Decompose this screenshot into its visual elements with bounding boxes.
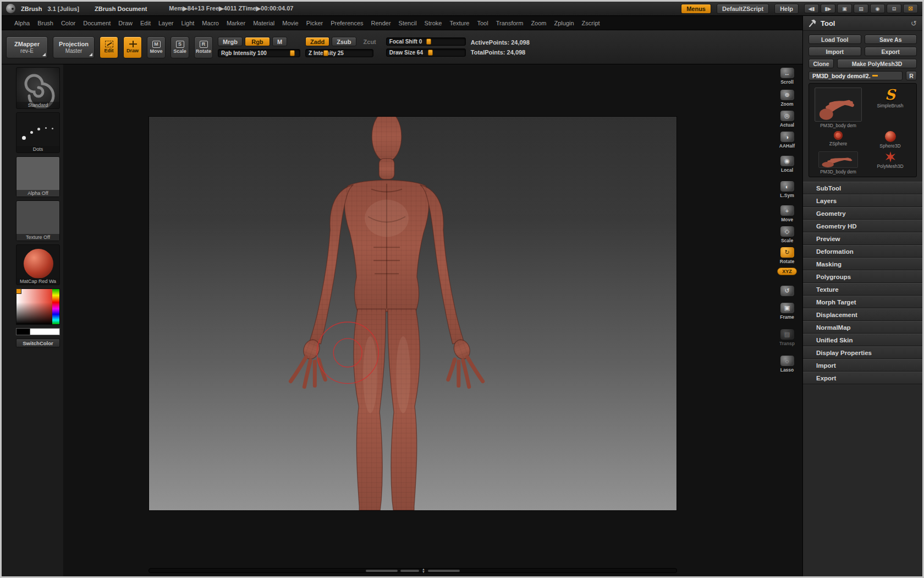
menu-item-macro[interactable]: Macro: [198, 18, 223, 28]
hue-strip[interactable]: [52, 289, 59, 324]
body2-thumbnail[interactable]: [818, 151, 858, 168]
rtb-actual[interactable]: ◎ Actual: [776, 109, 798, 129]
mrgb-button[interactable]: Mrgb: [218, 37, 243, 46]
rename-button[interactable]: R: [906, 71, 917, 80]
menu-item-material[interactable]: Material: [249, 18, 278, 28]
menus-button[interactable]: Menus: [681, 4, 711, 14]
save-as-button[interactable]: Save As: [865, 35, 917, 44]
clone-button[interactable]: Clone: [809, 59, 834, 68]
zmapper-button[interactable]: ZMapper rev-E: [6, 36, 48, 58]
tool-slot-simplebrush[interactable]: S SimpleBrush: [868, 88, 912, 108]
tool-slot-zsphere[interactable]: ZSphere: [813, 131, 864, 146]
rtb-scroll[interactable]: ↔ Scroll: [776, 66, 798, 86]
scroll-down-icon[interactable]: ▼: [422, 571, 425, 574]
rtb-aahalf[interactable]: ◑ AAHalf: [776, 130, 798, 150]
rtb-frame[interactable]: ▣ Frame: [776, 301, 798, 321]
reload-icon[interactable]: ↺: [911, 19, 917, 28]
edit-mode-button[interactable]: Edit: [100, 36, 118, 58]
rtb-transp[interactable]: ▨ Transp: [776, 328, 798, 347]
tool-section-import[interactable]: Import: [803, 359, 922, 372]
horizontal-scrollbar[interactable]: ▲ ▼: [148, 568, 677, 573]
menu-item-draw[interactable]: Draw: [114, 18, 136, 28]
menu-item-layer[interactable]: Layer: [155, 18, 178, 28]
zsub-button[interactable]: Zsub: [332, 37, 356, 46]
tool-slot-polymesh3d[interactable]: PolyMesh3D: [868, 151, 912, 169]
tool-section-normalmap[interactable]: NormalMap: [803, 321, 922, 334]
menu-item-zoom[interactable]: Zoom: [527, 18, 550, 28]
main-color-swatch[interactable]: [30, 328, 60, 335]
stroke-selector[interactable]: Dots: [16, 112, 60, 153]
zadd-button[interactable]: Zadd: [305, 37, 329, 46]
xyz-axis-button[interactable]: XYZ: [777, 268, 797, 275]
slider-handle[interactable]: [428, 50, 433, 56]
lock-icon[interactable]: ◉: [870, 4, 885, 13]
menu-item-render[interactable]: Render: [367, 18, 395, 28]
z-intensity-slider[interactable]: Z Intensity 25: [305, 49, 373, 57]
scale-mode-button[interactable]: S Scale: [170, 36, 189, 58]
tool-section-geometry[interactable]: Geometry: [803, 207, 922, 220]
tool-palette-header[interactable]: Tool ↺: [803, 16, 922, 31]
menu-item-document[interactable]: Document: [79, 18, 114, 28]
secondary-color-swatch[interactable]: [16, 328, 30, 335]
tool-section-morph-target[interactable]: Morph Target: [803, 296, 922, 308]
material-selector[interactable]: MatCap Red Wa: [16, 244, 60, 285]
menu-item-transform[interactable]: Transform: [492, 18, 527, 28]
draw-mode-button[interactable]: Draw: [123, 36, 142, 58]
color-picker[interactable]: [16, 288, 60, 325]
rtb-local[interactable]: ◉ Local: [776, 154, 798, 174]
slider-handle[interactable]: [426, 39, 431, 45]
switch-color-button[interactable]: SwitchColor: [16, 339, 60, 347]
tool-section-display-properties[interactable]: Display Properties: [803, 346, 922, 359]
help-button[interactable]: Help: [774, 4, 799, 14]
rtb-move[interactable]: + Move: [776, 204, 798, 223]
load-tool-button[interactable]: Load Tool: [809, 35, 861, 44]
menu-item-alpha[interactable]: Alpha: [10, 18, 34, 28]
tool-section-texture[interactable]: Texture: [803, 283, 922, 296]
saturation-square[interactable]: [16, 289, 52, 324]
tool-section-geometry-hd[interactable]: Geometry HD: [803, 220, 922, 232]
tool-section-unified-skin[interactable]: Unified Skin: [803, 334, 922, 346]
import-button[interactable]: Import: [809, 47, 861, 56]
menu-item-movie[interactable]: Movie: [278, 18, 302, 28]
menu-item-stencil[interactable]: Stencil: [395, 18, 421, 28]
scrollbar-arrows[interactable]: ▲ ▼: [422, 568, 425, 574]
tool-slot-sphere3d[interactable]: Sphere3D: [868, 131, 912, 149]
projection-master-button[interactable]: Projection Master: [53, 36, 95, 58]
rgb-button[interactable]: Rgb: [245, 37, 270, 46]
tool-section-subtool[interactable]: SubTool: [803, 182, 922, 194]
menu-item-light[interactable]: Light: [178, 18, 199, 28]
menu-item-stroke[interactable]: Stroke: [421, 18, 446, 28]
canvas[interactable]: [148, 116, 677, 511]
rtb-zoom[interactable]: ⊕ Zoom: [776, 88, 798, 108]
rtb-rotate[interactable]: ↻ Rotate: [776, 246, 798, 265]
menu-item-preferences[interactable]: Preferences: [327, 18, 367, 28]
menu-item-brush[interactable]: Brush: [34, 18, 57, 28]
tool-slot-body2[interactable]: PM3D_body dem: [813, 151, 864, 175]
dock-left-icon[interactable]: ▣: [837, 4, 852, 13]
rtb-scale[interactable]: ◇ Scale: [776, 225, 798, 244]
tool-section-masking[interactable]: Masking: [803, 258, 922, 270]
scrollbar-handle[interactable]: [400, 570, 419, 572]
rotate-mode-button[interactable]: R Rotate: [194, 36, 213, 58]
tool-section-polygroups[interactable]: Polygroups: [803, 270, 922, 283]
tool-section-displacement[interactable]: Displacement: [803, 308, 922, 321]
scrollbar-handle[interactable]: [428, 570, 460, 572]
tool-section-preview[interactable]: Preview: [803, 232, 922, 245]
scroll-right-icon[interactable]: ▮▶: [821, 4, 835, 13]
texture-selector[interactable]: Texture Off: [16, 200, 60, 241]
tool-section-export[interactable]: Export: [803, 372, 922, 384]
rtb-lasso[interactable]: ◌ Lasso: [776, 354, 798, 374]
menu-item-texture[interactable]: Texture: [446, 18, 473, 28]
menu-item-zscript[interactable]: Zscript: [578, 18, 604, 28]
menu-item-picker[interactable]: Picker: [302, 18, 327, 28]
make-polymesh3d-button[interactable]: Make PolyMesh3D: [837, 59, 917, 68]
menu-item-marker[interactable]: Marker: [223, 18, 249, 28]
rtb-xyz[interactable]: XYZ: [776, 266, 798, 276]
scrollbar-handle[interactable]: [366, 570, 398, 572]
tool-section-deformation[interactable]: Deformation: [803, 245, 922, 258]
dock-right-icon[interactable]: ▤: [854, 4, 868, 13]
tool-section-layers[interactable]: Layers: [803, 194, 922, 207]
menu-item-color[interactable]: Color: [57, 18, 79, 28]
zcut-button[interactable]: Zcut: [359, 37, 381, 46]
menu-item-tool[interactable]: Tool: [473, 18, 492, 28]
